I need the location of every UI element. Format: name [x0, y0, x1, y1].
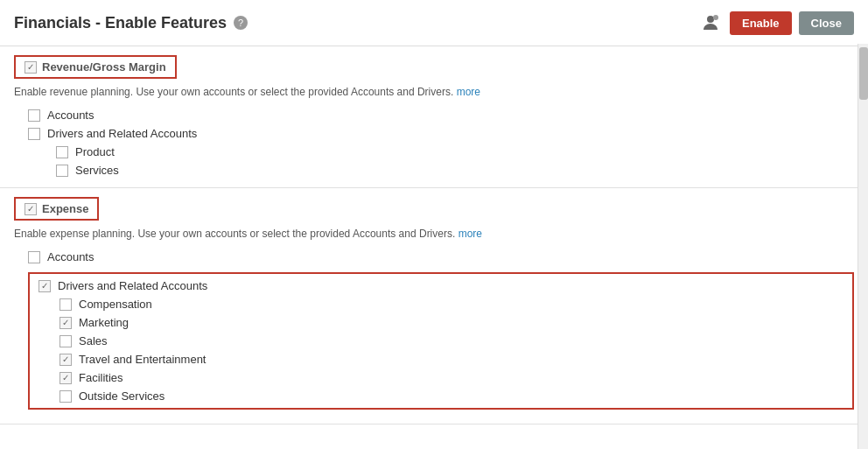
revenue-drivers-item: Drivers and Related Accounts: [28, 127, 854, 140]
revenue-description: Enable revenue planning. Use your own ac…: [0, 84, 868, 105]
expense-label: Expense: [42, 202, 88, 215]
expense-outside-item: Outside Services: [60, 389, 844, 403]
scrollbar-thumb[interactable]: [859, 47, 868, 100]
expense-compensation-checkbox[interactable]: [60, 298, 72, 311]
expense-accounts-checkbox[interactable]: [28, 251, 40, 263]
expense-drivers-label: Drivers and Related Accounts: [58, 279, 207, 292]
expense-drivers-subitems: Compensation Marketing Sales: [38, 298, 844, 403]
expense-marketing-label: Marketing: [79, 316, 129, 329]
expense-accounts-label: Accounts: [47, 250, 94, 263]
expense-compensation-label: Compensation: [79, 298, 152, 311]
svg-point-0: [707, 16, 714, 23]
revenue-checkbox[interactable]: [24, 61, 37, 74]
scrollbar[interactable]: [858, 44, 868, 449]
revenue-services-label: Services: [75, 164, 119, 177]
revenue-services-checkbox[interactable]: [56, 165, 68, 177]
expense-sales-checkbox[interactable]: [60, 335, 72, 347]
expense-section-box: Expense: [14, 197, 99, 221]
revenue-product-checkbox[interactable]: [56, 146, 68, 158]
expense-options: Accounts Drivers and Related Accounts Co…: [0, 247, 868, 424]
expense-section-header: Expense: [0, 188, 868, 226]
revenue-more-link[interactable]: more: [457, 86, 480, 98]
revenue-label: Revenue/Gross Margin: [42, 60, 166, 74]
revenue-product-item: Product: [56, 145, 854, 158]
revenue-product-label: Product: [75, 145, 115, 158]
revenue-drivers-checkbox[interactable]: [28, 128, 40, 140]
revenue-section-header: Revenue/Gross Margin: [0, 46, 868, 84]
page-container: Financials - Enable Features ? Enable Cl…: [0, 0, 868, 449]
user-icon: [698, 11, 723, 35]
svg-point-1: [713, 15, 718, 20]
expense-marketing-checkbox[interactable]: [60, 317, 72, 329]
expense-section: Expense Enable expense planning. Use you…: [0, 188, 868, 424]
revenue-accounts-checkbox[interactable]: [28, 109, 40, 122]
expense-accounts-item: Accounts: [28, 250, 854, 263]
expense-facilities-item: Facilities: [60, 371, 844, 384]
expense-sales-item: Sales: [60, 334, 844, 347]
expense-outside-checkbox[interactable]: [60, 390, 72, 403]
expense-travel-item: Travel and Entertainment: [60, 353, 844, 366]
expense-facilities-checkbox[interactable]: [60, 372, 72, 384]
expense-drivers-group: Drivers and Related Accounts Compensatio…: [28, 272, 854, 410]
revenue-options: Accounts Drivers and Related Accounts Pr…: [0, 105, 868, 187]
expense-checkbox[interactable]: [24, 203, 37, 215]
expense-travel-checkbox[interactable]: [60, 354, 72, 366]
header-left: Financials - Enable Features ?: [14, 14, 248, 32]
expense-travel-label: Travel and Entertainment: [79, 353, 206, 366]
expense-facilities-label: Facilities: [79, 371, 123, 384]
enable-button[interactable]: Enable: [730, 11, 792, 35]
content-area: Revenue/Gross Margin Enable revenue plan…: [0, 46, 868, 424]
header: Financials - Enable Features ? Enable Cl…: [0, 0, 868, 46]
expense-marketing-item: Marketing: [60, 316, 844, 329]
revenue-drivers-label: Drivers and Related Accounts: [47, 127, 197, 140]
close-button[interactable]: Close: [799, 11, 854, 35]
page-title: Financials - Enable Features: [14, 14, 227, 32]
header-right: Enable Close: [698, 11, 854, 35]
revenue-accounts-item: Accounts: [28, 109, 854, 122]
revenue-section: Revenue/Gross Margin Enable revenue plan…: [0, 46, 868, 188]
revenue-drivers-subitems: Product Services: [56, 145, 854, 177]
revenue-accounts-label: Accounts: [47, 109, 94, 122]
expense-more-link[interactable]: more: [458, 228, 482, 240]
revenue-section-box: Revenue/Gross Margin: [14, 55, 177, 79]
help-icon[interactable]: ?: [234, 16, 248, 30]
revenue-services-item: Services: [56, 164, 854, 177]
expense-drivers-checkbox[interactable]: [38, 280, 51, 292]
expense-description: Enable expense planning. Use your own ac…: [0, 226, 868, 247]
expense-sales-label: Sales: [79, 334, 108, 347]
expense-drivers-header: Drivers and Related Accounts: [38, 279, 844, 292]
expense-outside-label: Outside Services: [79, 389, 164, 403]
expense-compensation-item: Compensation: [60, 298, 844, 311]
